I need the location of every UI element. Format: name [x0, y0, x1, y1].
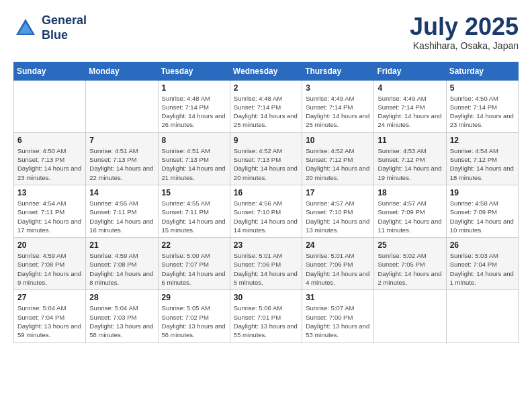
calendar-cell: 5Sunrise: 4:50 AM Sunset: 7:14 PM Daylig… [446, 80, 518, 132]
weekday-header-wednesday: Wednesday [230, 62, 302, 80]
day-number: 1 [162, 83, 226, 93]
calendar-cell: 24Sunrise: 5:01 AM Sunset: 7:06 PM Dayli… [302, 238, 374, 290]
calendar-cell: 3Sunrise: 4:49 AM Sunset: 7:14 PM Daylig… [302, 80, 374, 132]
calendar-cell: 2Sunrise: 4:48 AM Sunset: 7:14 PM Daylig… [230, 80, 302, 132]
calendar-cell: 17Sunrise: 4:57 AM Sunset: 7:10 PM Dayli… [302, 185, 374, 237]
day-number: 20 [17, 240, 82, 250]
page-header: General Blue July 2025 Kashihara, Osaka,… [13, 13, 519, 51]
day-number: 26 [450, 240, 515, 250]
calendar-cell: 18Sunrise: 4:57 AM Sunset: 7:09 PM Dayli… [374, 185, 446, 237]
day-number: 8 [162, 136, 226, 145]
weekday-header-saturday: Saturday [446, 62, 518, 80]
calendar-cell [86, 80, 158, 132]
cell-info: Sunrise: 4:50 AM Sunset: 7:14 PM Dayligh… [450, 94, 515, 130]
cell-info: Sunrise: 4:51 AM Sunset: 7:13 PM Dayligh… [89, 146, 154, 182]
cell-info: Sunrise: 4:59 AM Sunset: 7:08 PM Dayligh… [17, 251, 82, 287]
calendar-cell: 25Sunrise: 5:02 AM Sunset: 7:05 PM Dayli… [374, 238, 446, 290]
location: Kashihara, Osaka, Japan [410, 40, 519, 51]
calendar-cell: 15Sunrise: 4:55 AM Sunset: 7:11 PM Dayli… [158, 185, 230, 237]
day-number: 6 [17, 136, 82, 145]
calendar-cell: 13Sunrise: 4:54 AM Sunset: 7:11 PM Dayli… [14, 185, 86, 237]
calendar-cell: 7Sunrise: 4:51 AM Sunset: 7:13 PM Daylig… [86, 132, 158, 185]
day-number: 14 [89, 188, 154, 197]
calendar-cell: 28Sunrise: 5:04 AM Sunset: 7:03 PM Dayli… [86, 290, 158, 342]
cell-info: Sunrise: 4:52 AM Sunset: 7:12 PM Dayligh… [306, 146, 370, 182]
weekday-header-monday: Monday [86, 62, 158, 80]
weekday-header-sunday: Sunday [14, 62, 86, 80]
month-title: July 2025 [410, 13, 519, 40]
cell-info: Sunrise: 4:58 AM Sunset: 7:09 PM Dayligh… [450, 199, 515, 234]
day-number: 15 [162, 188, 226, 197]
day-number: 11 [378, 136, 442, 145]
day-number: 17 [306, 188, 370, 197]
day-number: 25 [378, 240, 442, 250]
calendar-cell: 26Sunrise: 5:03 AM Sunset: 7:04 PM Dayli… [446, 238, 518, 290]
weekday-header-tuesday: Tuesday [158, 62, 230, 80]
cell-info: Sunrise: 4:53 AM Sunset: 7:12 PM Dayligh… [378, 146, 442, 182]
day-number: 16 [234, 188, 298, 197]
calendar-cell: 29Sunrise: 5:05 AM Sunset: 7:02 PM Dayli… [158, 290, 230, 342]
cell-info: Sunrise: 5:01 AM Sunset: 7:06 PM Dayligh… [234, 251, 298, 287]
cell-info: Sunrise: 4:55 AM Sunset: 7:11 PM Dayligh… [89, 199, 154, 234]
day-number: 9 [234, 136, 298, 145]
day-number: 4 [378, 83, 442, 93]
calendar-cell: 1Sunrise: 4:48 AM Sunset: 7:14 PM Daylig… [158, 80, 230, 132]
calendar-cell: 4Sunrise: 4:49 AM Sunset: 7:14 PM Daylig… [374, 80, 446, 132]
day-number: 23 [234, 240, 298, 250]
cell-info: Sunrise: 5:00 AM Sunset: 7:07 PM Dayligh… [162, 251, 226, 287]
weekday-header-row: SundayMondayTuesdayWednesdayThursdayFrid… [14, 62, 519, 80]
calendar-cell: 8Sunrise: 4:51 AM Sunset: 7:13 PM Daylig… [158, 132, 230, 185]
day-number: 2 [234, 83, 298, 93]
cell-info: Sunrise: 4:57 AM Sunset: 7:10 PM Dayligh… [306, 199, 370, 234]
day-number: 27 [17, 293, 82, 302]
calendar-cell: 19Sunrise: 4:58 AM Sunset: 7:09 PM Dayli… [446, 185, 518, 237]
calendar-cell: 10Sunrise: 4:52 AM Sunset: 7:12 PM Dayli… [302, 132, 374, 185]
day-number: 10 [306, 136, 370, 145]
calendar-cell: 31Sunrise: 5:07 AM Sunset: 7:00 PM Dayli… [302, 290, 374, 342]
day-number: 13 [17, 188, 82, 197]
day-number: 3 [306, 83, 370, 93]
day-number: 19 [450, 188, 515, 197]
calendar-cell: 9Sunrise: 4:52 AM Sunset: 7:13 PM Daylig… [230, 132, 302, 185]
cell-info: Sunrise: 4:48 AM Sunset: 7:14 PM Dayligh… [234, 94, 298, 130]
day-number: 24 [306, 240, 370, 250]
calendar-cell: 20Sunrise: 4:59 AM Sunset: 7:08 PM Dayli… [14, 238, 86, 290]
calendar-cell: 14Sunrise: 4:55 AM Sunset: 7:11 PM Dayli… [86, 185, 158, 237]
cell-info: Sunrise: 4:51 AM Sunset: 7:13 PM Dayligh… [162, 146, 226, 182]
logo-icon [13, 16, 38, 40]
calendar-cell: 22Sunrise: 5:00 AM Sunset: 7:07 PM Dayli… [158, 238, 230, 290]
cell-info: Sunrise: 5:04 AM Sunset: 7:03 PM Dayligh… [89, 304, 154, 339]
cell-info: Sunrise: 5:02 AM Sunset: 7:05 PM Dayligh… [378, 251, 442, 287]
day-number: 28 [89, 293, 154, 302]
cell-info: Sunrise: 4:49 AM Sunset: 7:14 PM Dayligh… [378, 94, 442, 130]
cell-info: Sunrise: 4:54 AM Sunset: 7:12 PM Dayligh… [450, 146, 515, 182]
week-row-1: 1Sunrise: 4:48 AM Sunset: 7:14 PM Daylig… [14, 80, 519, 132]
cell-info: Sunrise: 4:50 AM Sunset: 7:13 PM Dayligh… [17, 146, 82, 182]
cell-info: Sunrise: 4:59 AM Sunset: 7:08 PM Dayligh… [89, 251, 154, 287]
calendar-cell: 12Sunrise: 4:54 AM Sunset: 7:12 PM Dayli… [446, 132, 518, 185]
calendar-cell [14, 80, 86, 132]
day-number: 7 [89, 136, 154, 145]
week-row-3: 13Sunrise: 4:54 AM Sunset: 7:11 PM Dayli… [14, 185, 519, 237]
cell-info: Sunrise: 5:03 AM Sunset: 7:04 PM Dayligh… [450, 251, 515, 287]
cell-info: Sunrise: 4:55 AM Sunset: 7:11 PM Dayligh… [162, 199, 226, 234]
week-row-5: 27Sunrise: 5:04 AM Sunset: 7:04 PM Dayli… [14, 290, 519, 342]
cell-info: Sunrise: 5:06 AM Sunset: 7:01 PM Dayligh… [234, 304, 298, 339]
cell-info: Sunrise: 5:04 AM Sunset: 7:04 PM Dayligh… [17, 304, 82, 339]
day-number: 21 [89, 240, 154, 250]
weekday-header-friday: Friday [374, 62, 446, 80]
calendar-cell: 23Sunrise: 5:01 AM Sunset: 7:06 PM Dayli… [230, 238, 302, 290]
title-block: July 2025 Kashihara, Osaka, Japan [410, 13, 519, 51]
cell-info: Sunrise: 4:52 AM Sunset: 7:13 PM Dayligh… [234, 146, 298, 182]
logo: General Blue [13, 13, 87, 42]
day-number: 22 [162, 240, 226, 250]
day-number: 31 [306, 293, 370, 302]
calendar-cell: 30Sunrise: 5:06 AM Sunset: 7:01 PM Dayli… [230, 290, 302, 342]
cell-info: Sunrise: 4:54 AM Sunset: 7:11 PM Dayligh… [17, 199, 82, 234]
cell-info: Sunrise: 5:01 AM Sunset: 7:06 PM Dayligh… [306, 251, 370, 287]
calendar-cell: 11Sunrise: 4:53 AM Sunset: 7:12 PM Dayli… [374, 132, 446, 185]
day-number: 5 [450, 83, 515, 93]
day-number: 18 [378, 188, 442, 197]
cell-info: Sunrise: 4:56 AM Sunset: 7:10 PM Dayligh… [234, 199, 298, 234]
calendar-cell: 27Sunrise: 5:04 AM Sunset: 7:04 PM Dayli… [14, 290, 86, 342]
